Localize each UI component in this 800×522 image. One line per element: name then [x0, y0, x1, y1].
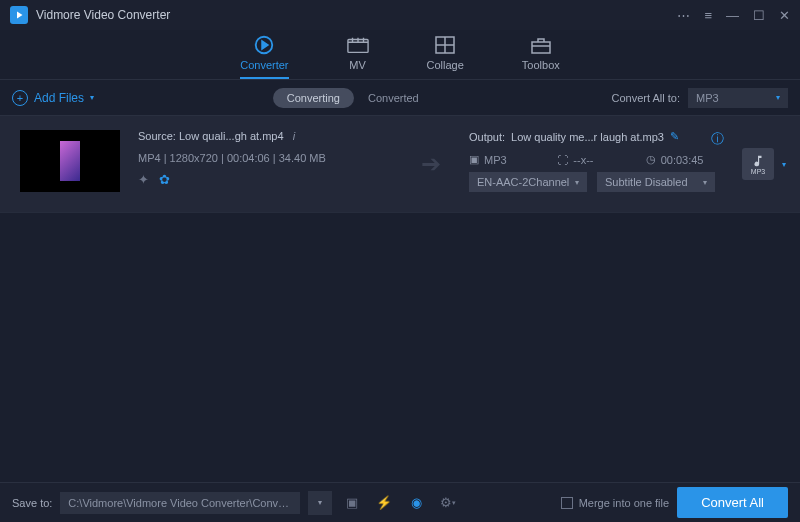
edit-icon[interactable]: ✎: [670, 130, 679, 143]
meta-resolution: 1280x720: [170, 152, 218, 164]
converter-icon: [253, 34, 275, 56]
output-column: Output: Low quality me...r laugh at.mp3 …: [469, 130, 724, 198]
meta-size: 34.40 MB: [279, 152, 326, 164]
open-folder-icon[interactable]: ▣: [340, 491, 364, 515]
window-controls: ⋯ ≡ — ☐ ✕: [677, 8, 790, 23]
source-meta: MP4 | 1280x720 | 00:04:06 | 34.40 MB: [138, 152, 393, 164]
tab-mv[interactable]: MV: [347, 34, 369, 79]
tab-collage[interactable]: Collage: [427, 34, 464, 79]
arrow-icon: ➔: [411, 150, 451, 178]
clock-icon: ◷: [646, 153, 656, 166]
convert-all-label: Convert All to:: [612, 92, 680, 104]
high-speed-on-icon[interactable]: ◉: [404, 491, 428, 515]
collage-icon: [435, 34, 455, 56]
format-select[interactable]: MP3 ▾: [688, 88, 788, 108]
chevron-down-icon: ▾: [90, 93, 94, 102]
output-label: Output:: [469, 131, 505, 143]
output-meta-row: ▣ MP3 ⛶ --x-- ◷ 00:03:45: [469, 153, 724, 166]
source-filename: Low quali...gh at.mp4: [179, 130, 284, 142]
out-format-cell: ▣ MP3: [469, 153, 547, 166]
file-item: Source: Low quali...gh at.mp4 i MP4 | 12…: [0, 116, 800, 213]
star-icon[interactable]: ✦: [138, 172, 149, 187]
meta-container: MP4: [138, 152, 161, 164]
video-thumbnail[interactable]: [20, 130, 120, 192]
feedback-icon[interactable]: ⋯: [677, 8, 690, 23]
expand-icon: ⛶: [557, 154, 568, 166]
chevron-down-icon[interactable]: ▾: [782, 160, 786, 169]
info-icon[interactable]: ⓘ: [711, 130, 724, 148]
merge-checkbox[interactable]: Merge into one file: [561, 497, 670, 509]
convert-all-to: Convert All to: MP3 ▾: [612, 88, 788, 108]
tab-label: MV: [349, 59, 366, 71]
chevron-down-icon: ▾: [703, 178, 707, 187]
audio-channel-select[interactable]: EN-AAC-2Channel ▾: [469, 172, 587, 192]
source-row: Source: Low quali...gh at.mp4 i: [138, 130, 393, 142]
source-label: Source:: [138, 130, 176, 142]
mv-icon: [347, 34, 369, 56]
subtitle-select[interactable]: Subtitle Disabled ▾: [597, 172, 715, 192]
merge-label: Merge into one file: [579, 497, 670, 509]
minimize-icon[interactable]: —: [726, 8, 739, 23]
save-path-input[interactable]: C:\Vidmore\Vidmore Video Converter\Conve…: [60, 492, 300, 514]
toolbar: + Add Files ▾ Converting Converted Conve…: [0, 80, 800, 116]
item-actions: ✦ ✿: [138, 172, 393, 187]
app-title: Vidmore Video Converter: [36, 8, 677, 22]
tab-converter[interactable]: Converter: [240, 34, 288, 79]
add-files-label: Add Files: [34, 91, 84, 105]
svg-rect-3: [532, 42, 550, 53]
menu-icon[interactable]: ≡: [704, 8, 712, 23]
bottom-bar: Save to: C:\Vidmore\Vidmore Video Conver…: [0, 482, 800, 522]
item-right: MP3 ▾: [742, 148, 786, 180]
output-select-row: EN-AAC-2Channel ▾ Subtitle Disabled ▾: [469, 172, 724, 192]
tab-label: Converter: [240, 59, 288, 71]
save-to-label: Save to:: [12, 497, 52, 509]
convert-all-button[interactable]: Convert All: [677, 487, 788, 518]
tab-label: Toolbox: [522, 59, 560, 71]
out-res: --x--: [573, 154, 593, 166]
format-value: MP3: [696, 92, 719, 104]
chevron-down-icon: ▾: [318, 498, 322, 507]
out-duration: 00:03:45: [661, 154, 704, 166]
subtitle-value: Subtitle Disabled: [605, 176, 688, 188]
film-icon: ▣: [469, 153, 479, 166]
audio-channel-value: EN-AAC-2Channel: [477, 176, 569, 188]
output-row: Output: Low quality me...r laugh at.mp3 …: [469, 130, 724, 143]
tab-toolbox[interactable]: Toolbox: [522, 34, 560, 79]
status-pills: Converting Converted: [273, 88, 433, 108]
app-logo: [10, 6, 28, 24]
output-filename: Low quality me...r laugh at.mp3: [511, 131, 664, 143]
checkbox-icon: [561, 497, 573, 509]
hardware-off-icon[interactable]: ⚡: [372, 491, 396, 515]
meta-duration: 00:04:06: [227, 152, 270, 164]
maximize-icon[interactable]: ☐: [753, 8, 765, 23]
tab-label: Collage: [427, 59, 464, 71]
out-dur-cell: ◷ 00:03:45: [646, 153, 724, 166]
info-icon[interactable]: i: [293, 130, 295, 142]
titlebar: Vidmore Video Converter ⋯ ≡ — ☐ ✕: [0, 0, 800, 30]
plus-icon: +: [12, 90, 28, 106]
format-badge[interactable]: MP3: [742, 148, 774, 180]
chevron-down-icon: ▾: [575, 178, 579, 187]
path-dropdown[interactable]: ▾: [308, 491, 332, 515]
format-badge-label: MP3: [751, 168, 765, 175]
out-format: MP3: [484, 154, 507, 166]
close-icon[interactable]: ✕: [779, 8, 790, 23]
main-tabs: Converter MV Collage Toolbox: [0, 30, 800, 80]
settings-icon[interactable]: ⚙▾: [436, 491, 460, 515]
pill-converting[interactable]: Converting: [273, 88, 354, 108]
chevron-down-icon: ▾: [776, 93, 780, 102]
effects-icon[interactable]: ✿: [159, 172, 170, 187]
toolbox-icon: [531, 34, 551, 56]
thumbnail-image: [60, 141, 80, 181]
out-res-cell: ⛶ --x--: [557, 154, 635, 166]
pill-converted[interactable]: Converted: [354, 88, 433, 108]
source-column: Source: Low quali...gh at.mp4 i MP4 | 12…: [138, 130, 393, 187]
add-files-button[interactable]: + Add Files ▾: [12, 90, 94, 106]
